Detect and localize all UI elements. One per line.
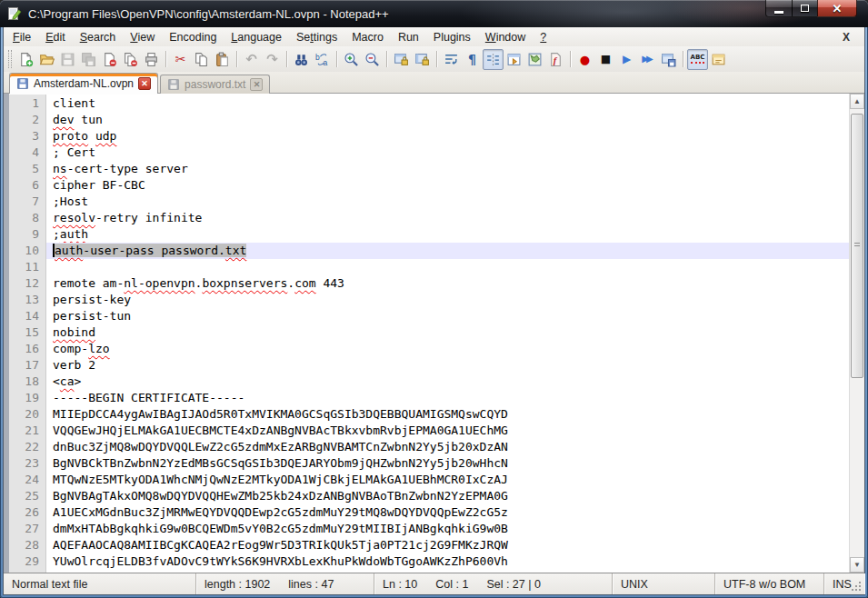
insert-mode-label[interactable]: INS (833, 578, 852, 591)
minimize-button[interactable] (765, 0, 793, 17)
macro-run-multiple-icon[interactable]: ▶▶ (637, 49, 658, 70)
line-number[interactable]: 22 (4, 439, 46, 455)
code-text[interactable]: resolv-retry infinite (46, 210, 849, 226)
function-list-icon[interactable]: f (545, 49, 566, 70)
menubar-close-x[interactable]: X (839, 30, 853, 45)
tab-password-txt[interactable]: password.txt ✕ (160, 75, 270, 94)
code-text[interactable]: ; Cert (46, 145, 849, 161)
line-number[interactable]: 2 (4, 112, 46, 128)
menu-item-macro[interactable]: Macro (344, 29, 391, 45)
code-text[interactable]: MIIEpDCCA4ygAwIBAgIJAOd5R0TxMVIKMA0GCSqG… (46, 406, 849, 423)
line-number[interactable]: 3 (4, 128, 46, 145)
code-text[interactable]: dmMxHTAbBgkqhkiG9w0BCQEWDm5vY0B2cG5zdmMu… (46, 521, 849, 537)
line-number[interactable]: 11 (4, 259, 46, 275)
menu-item-plugins[interactable]: Plugins (426, 29, 478, 45)
code-text[interactable]: verb 2 (46, 357, 849, 374)
scroll-up-icon[interactable]: ▲ (850, 94, 864, 109)
scrollbar-track[interactable] (850, 109, 864, 557)
line-number[interactable]: 10 (4, 243, 46, 259)
maximize-button[interactable] (792, 0, 818, 17)
print-icon[interactable] (141, 49, 162, 70)
cut-icon[interactable]: ✂ (170, 49, 191, 70)
menu-item-settings[interactable]: Settings (289, 29, 344, 45)
replace-icon[interactable]: ba (312, 49, 333, 70)
menu-item-edit[interactable]: Edit (38, 29, 73, 45)
line-number[interactable]: 25 (4, 488, 46, 504)
text-editor[interactable]: 1client2dev tun3proto udp4; Cert5ns-cert… (4, 94, 849, 573)
close-all-icon[interactable] (120, 49, 141, 70)
code-text[interactable]: remote am-nl-openvpn.boxpnservers.com 44… (46, 275, 849, 292)
line-number[interactable]: 17 (4, 357, 46, 374)
menu-item-file[interactable]: File (5, 29, 38, 45)
macro-save-icon[interactable] (658, 49, 679, 70)
macro-record-icon[interactable]: ● (574, 49, 595, 70)
document-map-icon[interactable] (524, 49, 545, 70)
macro-stop-icon[interactable]: ■ (595, 49, 616, 70)
zoom-out-icon[interactable] (362, 49, 383, 70)
tab-close-icon[interactable]: ✕ (138, 77, 151, 90)
sync-horizontal-scroll-icon[interactable] (412, 49, 433, 70)
code-text[interactable]: dev tun (46, 112, 849, 128)
word-wrap-icon[interactable] (441, 49, 462, 70)
code-text[interactable]: MTQwNzE5MTkyODA1WhcNMjQwNzE2MTkyODA1WjCB… (46, 472, 849, 488)
paste-icon[interactable] (212, 49, 233, 70)
line-number[interactable]: 19 (4, 390, 46, 406)
line-number[interactable]: 14 (4, 308, 46, 324)
vertical-scrollbar[interactable]: ▲ ▼ (849, 94, 864, 573)
line-number[interactable]: 1 (4, 95, 46, 112)
close-file-icon[interactable] (99, 49, 120, 70)
code-text[interactable]: -----BEGIN CERTIFICATE----- (46, 390, 849, 406)
line-number[interactable]: 27 (4, 521, 46, 537)
code-text[interactable]: YUwOlrcqjELDB3fvADOvC9tWYkS6K9HVRXbLexKh… (46, 553, 849, 570)
tab-amsterdam-nl-ovpn[interactable]: Amsterdam-NL.ovpn ✕ (9, 73, 158, 94)
line-number[interactable]: 26 (4, 504, 46, 521)
line-number[interactable]: 8 (4, 210, 46, 226)
code-text[interactable]: cipher BF-CBC (46, 177, 849, 194)
line-number[interactable]: 29 (4, 553, 46, 570)
zoom-in-icon[interactable] (341, 49, 362, 70)
code-text[interactable]: comp-lzo (46, 341, 849, 357)
macro-play-icon[interactable]: ▶ (616, 49, 637, 70)
code-text[interactable]: BgNVBAgTAkxOMQ8wDQYDVQQHEwZMb25kb24xDzAN… (46, 488, 849, 504)
encoding-label[interactable]: UTF-8 w/o BOM (723, 578, 805, 591)
line-number[interactable]: 16 (4, 341, 46, 357)
menu-item-language[interactable]: Language (224, 29, 289, 45)
line-number[interactable]: 7 (4, 194, 46, 210)
code-text[interactable]: A1UECxMGdnBuc3ZjMRMwEQYDVQQDEwp2cG5zdmMu… (46, 504, 849, 521)
tab-close-icon[interactable]: ✕ (250, 78, 263, 91)
code-text[interactable]: <ca> (46, 374, 849, 390)
code-text[interactable]: nobind (46, 324, 849, 341)
code-text[interactable]: dnBuc3ZjMQ8wDQYDVQQLEwZ2cG5zdmMxEzARBgNV… (46, 439, 849, 455)
code-text[interactable] (46, 259, 849, 275)
line-number[interactable]: 12 (4, 275, 46, 292)
scrollbar-thumb[interactable] (851, 114, 863, 378)
title-bar[interactable]: C:\Program Files\OpenVPN\config\Amsterda… (0, 0, 868, 27)
line-number[interactable]: 20 (4, 406, 46, 423)
line-number[interactable]: 24 (4, 472, 46, 488)
redo-icon[interactable]: ↷ (262, 49, 283, 70)
menu-item-run[interactable]: Run (391, 29, 426, 45)
code-text[interactable]: auth-user-pass password.txt (46, 243, 849, 259)
menu-item-window[interactable]: Window (478, 29, 533, 45)
indent-guide-icon[interactable] (483, 49, 504, 70)
copy-icon[interactable] (191, 49, 212, 70)
code-text[interactable]: persist-key (46, 292, 849, 308)
code-text[interactable]: proto udp (46, 128, 849, 145)
menu-item-help[interactable]: ? (533, 29, 554, 45)
eol-format-label[interactable]: UNIX (621, 578, 648, 591)
code-text[interactable]: persist-tun (46, 308, 849, 324)
show-all-characters-icon[interactable]: ¶ (462, 49, 483, 70)
line-number[interactable]: 28 (4, 537, 46, 553)
new-file-icon[interactable] (15, 49, 36, 70)
menu-item-view[interactable]: View (123, 29, 162, 45)
menu-item-encoding[interactable]: Encoding (162, 29, 224, 45)
user-defined-language-icon[interactable] (504, 49, 524, 70)
line-number[interactable]: 13 (4, 292, 46, 308)
line-number[interactable]: 18 (4, 374, 46, 390)
code-text[interactable]: AQEFAAOCAQ8AMIIBCgKCAQEA2rEog9Wr5D3TRIkQ… (46, 537, 849, 553)
code-text[interactable]: VQQGEwJHQjELMAkGA1UECBMCTE4xDzANBgNVBAcT… (46, 423, 849, 439)
line-number[interactable]: 6 (4, 177, 46, 194)
code-text[interactable]: ;auth (46, 226, 849, 243)
close-button[interactable]: ✕ (817, 0, 857, 17)
code-text[interactable]: client (46, 95, 849, 112)
